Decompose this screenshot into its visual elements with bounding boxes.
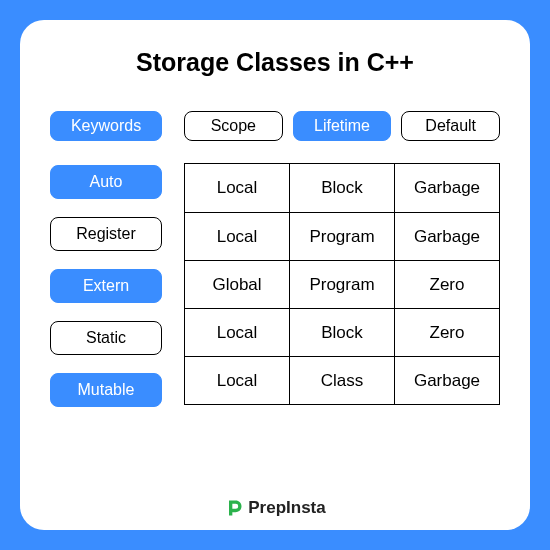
table-row: Local Program Garbage — [185, 212, 499, 260]
brand-footer: PrepInsta — [20, 498, 530, 518]
table-row: Global Program Zero — [185, 260, 499, 308]
header-scope: Scope — [184, 111, 283, 141]
cell-lifetime: Program — [289, 261, 394, 308]
cell-scope: Local — [185, 357, 289, 404]
table-row: Local Class Garbage — [185, 356, 499, 404]
table-row: Local Block Zero — [185, 308, 499, 356]
brand-name: PrepInsta — [248, 498, 325, 518]
table-header-row: Scope Lifetime Default — [184, 111, 500, 141]
keyword-extern: Extern — [50, 269, 162, 303]
header-default: Default — [401, 111, 500, 141]
cell-scope: Global — [185, 261, 289, 308]
cell-default: Garbage — [394, 357, 499, 404]
cell-lifetime: Block — [289, 164, 394, 212]
cell-lifetime: Class — [289, 357, 394, 404]
cell-default: Garbage — [394, 213, 499, 260]
cell-default: Zero — [394, 309, 499, 356]
keywords-column: Keywords Auto Register Extern Static Mut… — [50, 111, 162, 407]
brand-logo-icon — [224, 498, 244, 518]
data-table: Local Block Garbage Local Program Garbag… — [184, 163, 500, 405]
keyword-static: Static — [50, 321, 162, 355]
table-row: Local Block Garbage — [185, 164, 499, 212]
data-column: Scope Lifetime Default Local Block Garba… — [184, 111, 500, 407]
keyword-mutable: Mutable — [50, 373, 162, 407]
cell-lifetime: Block — [289, 309, 394, 356]
cell-scope: Local — [185, 309, 289, 356]
keywords-header: Keywords — [50, 111, 162, 141]
cell-default: Zero — [394, 261, 499, 308]
cell-lifetime: Program — [289, 213, 394, 260]
cell-default: Garbage — [394, 164, 499, 212]
cell-scope: Local — [185, 213, 289, 260]
header-lifetime: Lifetime — [293, 111, 392, 141]
cell-scope: Local — [185, 164, 289, 212]
keyword-register: Register — [50, 217, 162, 251]
page-title: Storage Classes in C++ — [44, 48, 506, 77]
keyword-auto: Auto — [50, 165, 162, 199]
content-area: Keywords Auto Register Extern Static Mut… — [44, 111, 506, 407]
card: Storage Classes in C++ Keywords Auto Reg… — [20, 20, 530, 530]
